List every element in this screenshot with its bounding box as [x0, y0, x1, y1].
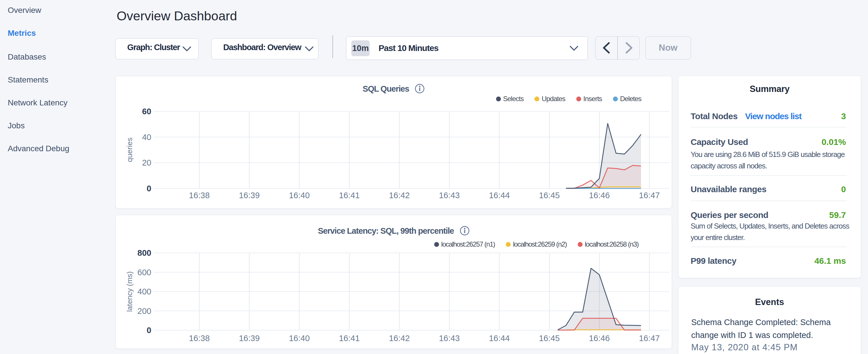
- svg-text:16:41: 16:41: [339, 334, 360, 343]
- svg-text:queries: queries: [125, 137, 134, 162]
- svg-text:16:43: 16:43: [439, 191, 460, 200]
- svg-text:16:44: 16:44: [489, 334, 510, 343]
- svg-text:16:40: 16:40: [289, 191, 310, 200]
- svg-text:16:38: 16:38: [189, 191, 210, 200]
- svg-text:16:44: 16:44: [489, 191, 510, 200]
- svg-text:16:39: 16:39: [239, 334, 260, 343]
- svg-text:0: 0: [147, 184, 151, 193]
- svg-text:400: 400: [137, 287, 151, 296]
- svg-text:16:46: 16:46: [589, 334, 610, 343]
- svg-text:16:47: 16:47: [639, 334, 660, 343]
- svg-text:16:45: 16:45: [539, 334, 560, 343]
- svg-text:16:43: 16:43: [439, 334, 460, 343]
- svg-text:16:47: 16:47: [639, 191, 660, 200]
- svg-text:16:41: 16:41: [339, 191, 360, 200]
- svg-text:16:39: 16:39: [239, 191, 260, 200]
- svg-text:16:38: 16:38: [189, 334, 210, 343]
- svg-text:200: 200: [137, 307, 151, 316]
- svg-text:16:45: 16:45: [539, 191, 560, 200]
- svg-text:20: 20: [142, 158, 151, 167]
- svg-text:60: 60: [142, 107, 151, 116]
- svg-text:16:40: 16:40: [289, 334, 310, 343]
- svg-text:16:42: 16:42: [389, 191, 410, 200]
- svg-text:600: 600: [137, 268, 151, 277]
- svg-text:16:46: 16:46: [589, 191, 610, 200]
- svg-text:latency (ms): latency (ms): [125, 271, 134, 312]
- svg-text:40: 40: [142, 133, 151, 142]
- svg-text:800: 800: [137, 248, 151, 257]
- svg-text:0: 0: [147, 326, 151, 335]
- svg-text:16:42: 16:42: [389, 334, 410, 343]
